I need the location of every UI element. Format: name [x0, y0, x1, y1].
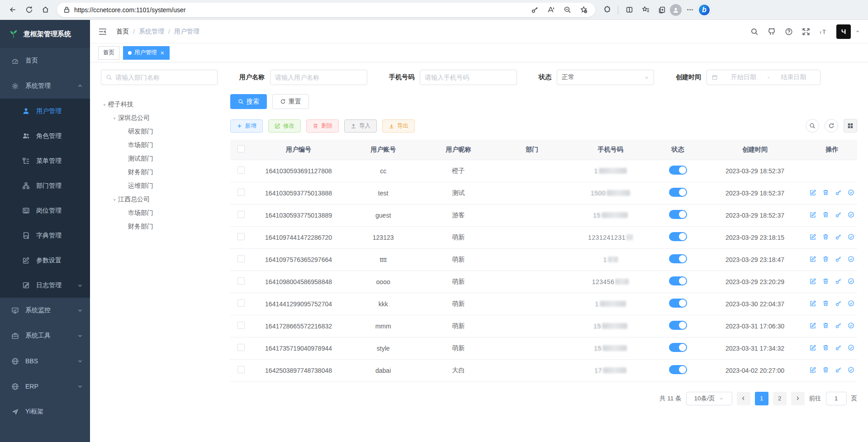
- row-edit-icon[interactable]: [810, 233, 816, 240]
- row-checkbox[interactable]: [237, 366, 245, 373]
- tree-caret-icon[interactable]: ▾: [111, 116, 118, 121]
- tree-node[interactable]: 市场部门: [101, 206, 218, 220]
- status-toggle[interactable]: [669, 166, 687, 175]
- user-avatar[interactable]: Ч: [836, 24, 851, 39]
- status-toggle[interactable]: [669, 299, 687, 308]
- tree-node[interactable]: 市场部门: [101, 138, 218, 152]
- row-checkbox[interactable]: [237, 255, 245, 262]
- status-select[interactable]: 正常: [557, 70, 654, 85]
- avatar-caret-down-icon[interactable]: [855, 29, 860, 34]
- status-toggle[interactable]: [669, 210, 687, 219]
- sidebar-item-log[interactable]: 日志管理: [0, 273, 90, 298]
- reset-password-key-icon[interactable]: [835, 189, 842, 196]
- browser-profile-avatar[interactable]: [670, 4, 682, 16]
- sidebar-item-tools[interactable]: 系统工具: [0, 323, 90, 348]
- row-delete-icon[interactable]: [822, 344, 829, 351]
- sidebar-item-menu[interactable]: 菜单管理: [0, 148, 90, 173]
- read-aloud-icon[interactable]: [544, 3, 558, 17]
- row-edit-icon[interactable]: [810, 189, 816, 196]
- date-range-picker[interactable]: 开始日期 - 结束日期: [707, 70, 821, 85]
- row-checkbox[interactable]: [237, 344, 245, 351]
- row-delete-icon[interactable]: [822, 300, 829, 307]
- breadcrumb-item[interactable]: 用户管理: [174, 28, 199, 36]
- row-edit-icon[interactable]: [810, 344, 816, 351]
- status-toggle[interactable]: [669, 188, 687, 197]
- assign-role-check-icon[interactable]: [848, 366, 854, 373]
- reset-password-key-icon[interactable]: [835, 233, 842, 240]
- row-delete-icon[interactable]: [822, 366, 829, 373]
- tab-用户管理[interactable]: 用户管理: [123, 46, 170, 60]
- row-delete-icon[interactable]: [822, 233, 829, 240]
- collapse-sidebar-icon[interactable]: [98, 26, 109, 37]
- sidebar-item-dept[interactable]: 部门管理: [0, 173, 90, 198]
- row-checkbox[interactable]: [237, 211, 245, 218]
- browser-reload-icon[interactable]: [22, 3, 36, 17]
- password-key-icon[interactable]: [528, 3, 541, 17]
- tree-node[interactable]: 测试部门: [101, 152, 218, 166]
- refresh-table-icon[interactable]: [825, 119, 838, 133]
- copilot-bing-icon[interactable]: b: [698, 4, 711, 16]
- tab-首页[interactable]: 首页: [98, 46, 119, 60]
- column-settings-grid-icon[interactable]: [844, 119, 857, 133]
- browser-settings-dots-icon[interactable]: [683, 3, 697, 17]
- goto-page-input[interactable]: [826, 392, 847, 405]
- sidebar-item-bbs[interactable]: BBS: [0, 348, 90, 374]
- fullscreen-icon[interactable]: [798, 24, 814, 39]
- reset-button[interactable]: 重置: [272, 94, 309, 109]
- assign-role-check-icon[interactable]: [848, 233, 854, 240]
- sidebar-item-config[interactable]: 参数设置: [0, 248, 90, 273]
- assign-role-check-icon[interactable]: [848, 300, 854, 307]
- add-button[interactable]: 新增: [230, 119, 263, 133]
- add-favorite-star-icon[interactable]: [577, 3, 590, 17]
- extensions-icon[interactable]: [600, 3, 614, 17]
- username-input[interactable]: [275, 74, 362, 81]
- row-edit-icon[interactable]: [810, 322, 816, 329]
- header-search-icon[interactable]: [747, 24, 762, 39]
- tree-node[interactable]: ▾橙子科技: [101, 98, 218, 111]
- reset-password-key-icon[interactable]: [835, 256, 842, 262]
- row-checkbox[interactable]: [237, 299, 245, 307]
- row-checkbox[interactable]: [237, 322, 245, 329]
- reset-password-key-icon[interactable]: [835, 300, 842, 307]
- zoom-out-icon[interactable]: [560, 3, 574, 17]
- sidebar-item-post[interactable]: 岗位管理: [0, 198, 90, 223]
- split-screen-icon[interactable]: [622, 3, 636, 17]
- sidebar-item-role[interactable]: 角色管理: [0, 124, 90, 148]
- browser-home-icon[interactable]: [38, 3, 52, 17]
- sidebar-item-yi[interactable]: Yi框架: [0, 399, 90, 424]
- help-question-icon[interactable]: [781, 24, 797, 39]
- prev-page-button[interactable]: [737, 392, 750, 405]
- status-toggle[interactable]: [669, 276, 687, 285]
- tree-caret-icon[interactable]: ▾: [101, 102, 108, 107]
- row-delete-icon[interactable]: [822, 322, 829, 329]
- tree-caret-icon[interactable]: ▾: [111, 197, 118, 202]
- sidebar-item-home[interactable]: 首页: [0, 48, 90, 73]
- row-edit-icon[interactable]: [810, 211, 816, 218]
- assign-role-check-icon[interactable]: [848, 211, 854, 218]
- status-toggle[interactable]: [669, 321, 687, 330]
- reset-password-key-icon[interactable]: [835, 278, 842, 285]
- export-button[interactable]: 导出: [382, 119, 415, 133]
- reset-password-key-icon[interactable]: [835, 344, 842, 351]
- row-checkbox[interactable]: [237, 277, 245, 285]
- row-edit-icon[interactable]: [810, 256, 816, 262]
- page-size-select[interactable]: 10条/页: [686, 392, 732, 405]
- next-page-button[interactable]: [791, 392, 805, 405]
- tree-node[interactable]: ▾江西总公司: [101, 193, 218, 206]
- status-toggle[interactable]: [669, 232, 687, 241]
- row-edit-icon[interactable]: [810, 278, 816, 285]
- assign-role-check-icon[interactable]: [848, 322, 854, 329]
- phone-input[interactable]: [425, 74, 512, 81]
- app-logo[interactable]: 意框架管理系统: [0, 20, 90, 48]
- tree-node[interactable]: 财务部门: [101, 166, 218, 179]
- tree-node[interactable]: 财务部门: [101, 220, 218, 233]
- font-size-icon[interactable]: тT: [816, 24, 831, 39]
- github-icon[interactable]: [764, 24, 779, 39]
- collections-icon[interactable]: [655, 3, 669, 17]
- row-delete-icon[interactable]: [822, 256, 829, 262]
- import-button[interactable]: 导入: [344, 119, 377, 133]
- breadcrumb-item[interactable]: 首页: [116, 28, 129, 36]
- row-checkbox[interactable]: [237, 233, 245, 240]
- browser-back-icon[interactable]: [6, 3, 19, 17]
- status-toggle[interactable]: [669, 343, 687, 352]
